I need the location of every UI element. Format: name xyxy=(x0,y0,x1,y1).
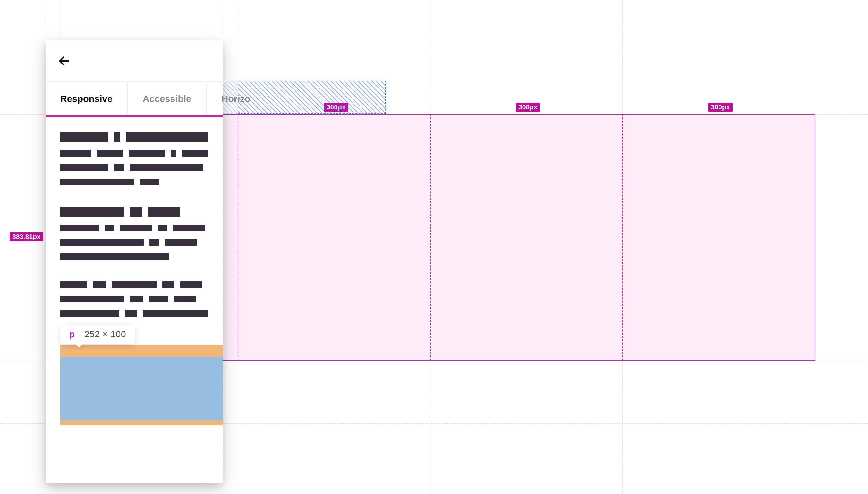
box-model-margin-top xyxy=(60,345,223,357)
tab-accessible[interactable]: Accessible xyxy=(128,81,207,115)
text-placeholder-bar xyxy=(174,296,196,303)
text-placeholder-bar xyxy=(158,225,168,231)
box-model-overlay xyxy=(60,345,223,425)
text-placeholder-bar xyxy=(60,132,108,142)
selection-height-label: 383.81px xyxy=(9,232,43,241)
tab-label: Horizo xyxy=(221,94,250,104)
arrow-left-icon[interactable] xyxy=(57,54,71,68)
box-model-padding xyxy=(60,357,223,420)
text-placeholder-bar xyxy=(60,310,119,317)
text-placeholder-bar xyxy=(173,225,205,231)
tab-horizo[interactable]: Horizo xyxy=(207,81,265,115)
text-placeholder-bar xyxy=(112,281,156,288)
text-placeholder-bar xyxy=(171,150,177,156)
element-dims: 252 × 100 xyxy=(84,329,126,339)
grid-column-divider xyxy=(238,114,238,361)
text-placeholder-bar xyxy=(60,225,99,231)
guide-vertical xyxy=(238,0,238,494)
guide-vertical xyxy=(622,0,623,494)
text-placeholder-bar xyxy=(148,207,180,217)
grid-column-divider xyxy=(430,114,431,361)
text-placeholder-bar xyxy=(125,310,137,317)
text-placeholder-bar xyxy=(180,281,202,288)
column-width-label: 300px xyxy=(516,103,540,112)
box-model-margin-bottom xyxy=(60,420,223,425)
text-placeholder-bar xyxy=(182,150,208,156)
text-placeholder-bar xyxy=(130,207,142,217)
text-placeholder-bar xyxy=(114,164,124,171)
text-placeholder-bar xyxy=(150,239,159,246)
text-placeholder-bar xyxy=(60,253,169,260)
text-placeholder-bar xyxy=(97,150,123,156)
text-placeholder-bar xyxy=(60,239,144,246)
column-width-label: 300px xyxy=(708,103,733,112)
guide-vertical xyxy=(430,0,430,494)
text-placeholder-bar xyxy=(120,225,152,231)
grid-column-divider xyxy=(622,114,623,361)
text-placeholder-bar xyxy=(149,296,168,303)
text-placeholder-bar xyxy=(140,179,159,185)
text-placeholder-bar xyxy=(60,179,134,185)
text-placeholder-bar xyxy=(126,132,208,142)
text-placeholder-bar xyxy=(60,281,87,288)
text-placeholder-bar xyxy=(129,150,165,156)
text-placeholder-bar xyxy=(93,281,106,288)
text-placeholder-bar xyxy=(60,207,124,217)
text-placeholder-bar xyxy=(162,281,174,288)
text-placeholder-bar xyxy=(104,225,114,231)
text-placeholder-bar xyxy=(60,296,124,303)
tab-responsive[interactable]: Responsive xyxy=(45,81,128,115)
column-width-label: 300px xyxy=(324,103,348,112)
tab-label: Responsive xyxy=(60,94,113,104)
panel-content xyxy=(45,117,223,339)
device-header xyxy=(45,40,223,81)
text-placeholder-bar xyxy=(130,296,143,303)
tab-strip: Responsive Accessible Horizo xyxy=(45,81,223,115)
text-placeholder-bar xyxy=(143,310,208,317)
text-placeholder-bar xyxy=(130,164,204,171)
text-placeholder-bar xyxy=(60,150,92,156)
element-info-tooltip: p 252 × 100 xyxy=(60,325,135,344)
element-tag: p xyxy=(69,329,75,339)
guide-vertical xyxy=(223,0,223,494)
tab-label: Accessible xyxy=(143,94,192,104)
text-placeholder-bar xyxy=(114,132,120,142)
text-placeholder-bar xyxy=(165,239,197,246)
text-placeholder-bar xyxy=(60,164,109,171)
